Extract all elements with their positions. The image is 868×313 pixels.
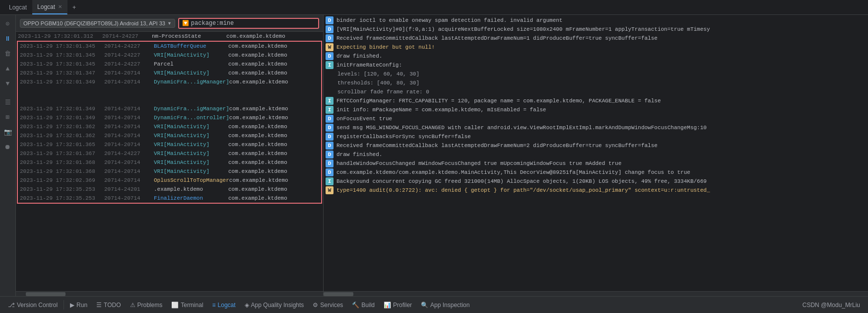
bottom-bar: ⎇ Version Control ▶ Run ☰ TODO ⚠ Problem… <box>0 296 868 313</box>
sidebar-icon-up[interactable]: ▲ <box>1 62 15 76</box>
right-scrollbar-thumb[interactable] <box>324 292 353 296</box>
user-info-text: CSDN @Modu_MrLiu <box>802 302 860 309</box>
level-badge-D: D <box>326 151 334 158</box>
rlog-row: D binder ioctl to enable oneway spam det… <box>324 16 868 25</box>
log-row: 2023-11-29 17:32:01.349 20714-20714 Dyna… <box>18 78 321 86</box>
bottom-todo[interactable]: ☰ TODO <box>92 297 125 313</box>
rlog-row: I Background concurrent copying GC freed… <box>324 177 868 186</box>
right-panel: D binder ioctl to enable oneway spam det… <box>324 15 868 296</box>
bottom-build[interactable]: 🔨 Build <box>348 297 379 313</box>
add-tab-button[interactable]: + <box>67 0 81 14</box>
level-badge-I: I <box>326 97 334 105</box>
bottom-profiler[interactable]: 📊 Profiler <box>380 297 416 313</box>
problems-icon: ⚠ <box>130 302 135 309</box>
level-badge-W: W <box>326 43 334 51</box>
app-quality-icon: ◈ <box>245 302 249 309</box>
app-name-label: Logcat <box>4 0 32 14</box>
log-row: 2023-11-29 17:32:01.349 20714-20714 Dyna… <box>18 113 321 122</box>
bottom-terminal[interactable]: ⬜ Terminal <box>167 297 207 313</box>
terminal-icon: ⬜ <box>171 302 179 309</box>
filter-box[interactable]: 🔽 <box>178 18 319 29</box>
sidebar-icon-menu[interactable]: ☰ <box>1 95 15 109</box>
profiler-label: Profiler <box>393 302 412 309</box>
device-label: OPPO PGBM10 (D6FQIZIB6PTO89LJ) Android 1… <box>23 20 165 26</box>
problems-label: Problems <box>137 302 163 309</box>
top-tab-bar: Logcat Logcat ✕ + <box>0 0 868 15</box>
level-badge-D: D <box>326 52 334 60</box>
terminal-label: Terminal <box>181 302 203 309</box>
log-row: 2023-11-29 17:32:01.368 20714-20714 VRI[… <box>18 167 321 176</box>
log-row: 2023-11-29 17:32:01.349 20714-20714 Dyna… <box>18 104 321 113</box>
level-badge-D: D <box>326 124 334 132</box>
sidebar-icon-clear[interactable]: 🗑 <box>1 47 15 61</box>
filter-icon: 🔽 <box>182 20 189 26</box>
rlog-row: D [VRI[MainActivity]#0](f:0,a:1) acquire… <box>324 25 868 34</box>
sidebar-icon-record[interactable]: ⏺ <box>1 140 15 154</box>
rlog-row: D draw finished. <box>324 150 868 159</box>
rlog-row: scrollbar fade frame rate: 0 <box>324 87 868 96</box>
log-row: 2023-11-29 17:32:35.253 20714-24201 .exa… <box>18 185 321 194</box>
rlog-row: D onFocusEvent true <box>324 114 868 123</box>
bottom-app-inspection[interactable]: 🔍 App Inspection <box>417 297 473 313</box>
bottom-logcat[interactable]: ≡ Logcat <box>208 297 240 313</box>
level-badge-D: D <box>326 115 334 123</box>
sidebar-icon-filter2[interactable]: ⊞ <box>1 110 15 124</box>
rlog-row: D send msg MSG_WINDOW_FOCUS_CHANGED with… <box>324 123 868 132</box>
horizontal-scrollbar[interactable] <box>16 291 323 296</box>
level-badge-I: I <box>326 61 334 69</box>
scrollbar-thumb[interactable] <box>26 292 66 296</box>
rlog-row: levels: [120, 60, 40, 30] <box>324 70 868 78</box>
level-badge-D: D <box>326 34 334 42</box>
bottom-app-quality[interactable]: ◈ App Quality Insights <box>241 297 308 313</box>
version-control-label: Version Control <box>17 302 58 309</box>
level-badge-W: W <box>326 186 334 194</box>
level-badge-I: I <box>326 106 334 114</box>
sidebar-icon-1[interactable]: ⊙ <box>1 17 15 31</box>
rlog-row: thresholds: [400, 80, 30] <box>324 78 868 87</box>
logcat-toolbar: OPPO PGBM10 (D6FQIZIB6PTO89LJ) Android 1… <box>16 15 323 32</box>
sidebar-icon-camera[interactable]: 📷 <box>1 125 15 139</box>
log-row: 2023-11-29 17:32:01.367 20714-24227 VRI[… <box>18 149 321 158</box>
bottom-run[interactable]: ▶ Run <box>66 297 91 313</box>
run-label: Run <box>76 302 87 309</box>
log-row: 2023-11-29 17:32:02.369 20714-20714 Oplu… <box>18 176 321 185</box>
device-selector[interactable]: OPPO PGBM10 (D6FQIZIB6PTO89LJ) Android 1… <box>20 19 175 28</box>
build-icon: 🔨 <box>352 302 359 309</box>
app-label-text: Logcat <box>9 4 27 11</box>
rlog-row: W type=1400 audit(0.0:2722): avc: denied… <box>324 186 868 195</box>
services-icon: ⚙ <box>313 302 318 309</box>
right-horizontal-scrollbar[interactable] <box>324 291 868 296</box>
log-row: 2023-11-29 17:32:01.345 20714-24227 VRI[… <box>18 51 321 60</box>
level-badge-I: I <box>326 177 334 185</box>
log-row: 2023-11-29 17:32:01.362 20714-20714 VRI[… <box>18 122 321 131</box>
rlog-row: D registerCallbacksForSync syncBuffer=fa… <box>324 132 868 141</box>
app-inspection-label: App Inspection <box>430 302 469 309</box>
level-badge-D: D <box>326 168 334 176</box>
bottom-problems[interactable]: ⚠ Problems <box>126 297 167 313</box>
level-badge-D: D <box>326 16 334 24</box>
sidebar-icon-pause[interactable]: ⏸ <box>1 32 15 46</box>
logcat-tab[interactable]: Logcat ✕ <box>32 0 67 14</box>
services-label: Services <box>320 302 343 309</box>
rlog-row: D com.example.ktdemo/com.example.ktdemo.… <box>324 168 868 177</box>
logcat-label: Logcat <box>218 302 236 309</box>
rlog-row: W Expecting binder but got null! <box>324 43 868 52</box>
bottom-version-control[interactable]: ⎇ Version Control <box>4 297 62 313</box>
bottom-services[interactable]: ⚙ Services <box>309 297 347 313</box>
right-log-content: D binder ioctl to enable oneway spam det… <box>324 15 868 291</box>
device-dropdown-arrow: ▼ <box>167 21 172 26</box>
log-row: 2023-11-29 17:32:01.365 20714-20714 VRI[… <box>18 140 321 149</box>
rlog-row: D Received frameCommittedCallback lastAt… <box>324 34 868 43</box>
level-badge-D: D <box>326 133 334 141</box>
filter-input[interactable] <box>191 20 315 27</box>
sidebar-icon-down[interactable]: ▼ <box>1 77 15 90</box>
log-row: 2023-11-29 17:32:01.345 20714-24227 BLAS… <box>18 42 321 51</box>
log-row <box>18 86 321 95</box>
level-badge-D: D <box>326 159 334 167</box>
close-tab-icon[interactable]: ✕ <box>58 4 62 9</box>
build-label: Build <box>361 302 375 309</box>
logcat-panel: OPPO PGBM10 (D6FQIZIB6PTO89LJ) Android 1… <box>16 15 324 296</box>
rlog-row: I init info: mPackageName = com.example.… <box>324 105 868 114</box>
logcat-icon: ≡ <box>212 302 216 309</box>
log-row: 2023-11-29 17:32:01.347 20714-20714 VRI[… <box>18 69 321 78</box>
